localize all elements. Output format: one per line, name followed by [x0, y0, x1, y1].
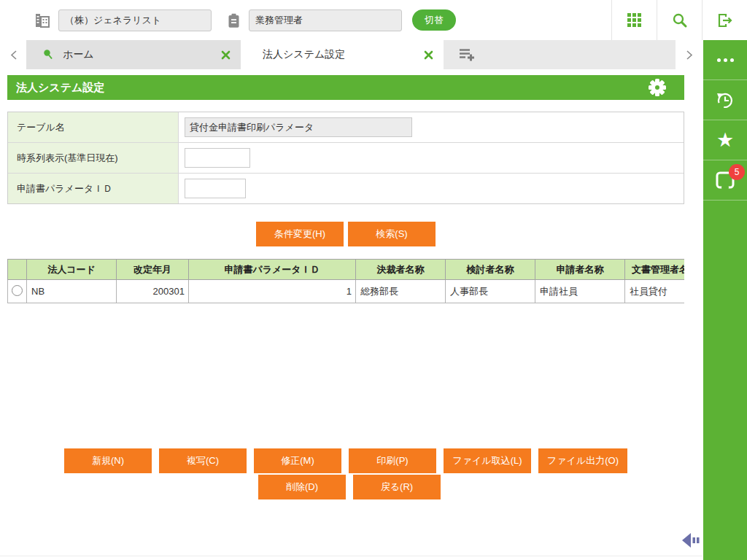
col-select — [8, 260, 27, 280]
tab-home[interactable]: ホーム — [26, 40, 241, 69]
switch-button[interactable]: 切替 — [412, 9, 456, 31]
col-revision-ym: 改定年月 — [117, 260, 189, 280]
back-button[interactable]: 戻る(R) — [353, 475, 441, 499]
tab-settings[interactable]: 法人システム設定 — [241, 40, 444, 69]
bottom-divider — [0, 556, 703, 556]
table-row[interactable]: NB 200301 1 総務部長 人事部長 申請社員 社員貸付 — [8, 280, 685, 303]
collapse-panel-arrow-icon[interactable] — [681, 532, 703, 552]
param-id-field[interactable] — [185, 179, 246, 198]
cell-param-id: 1 — [189, 280, 356, 303]
cell-revision-ym: 200301 — [117, 280, 189, 303]
table-name-label: テーブル名 — [8, 112, 179, 142]
sidebar-favorites-button[interactable]: ★ — [703, 120, 747, 160]
param-id-label: 申請書パラメータＩＤ — [8, 174, 179, 203]
new-button[interactable]: 新規(N) — [64, 448, 152, 473]
search-button[interactable] — [657, 0, 702, 40]
search-actions: 条件変更(H) 検索(S) — [7, 222, 684, 246]
ellipsis-icon — [717, 58, 734, 62]
content-column: ホーム 法人システム設定 — [0, 40, 703, 303]
tab-home-close-icon[interactable] — [221, 50, 231, 60]
add-tab-button[interactable] — [458, 47, 476, 63]
logout-button[interactable] — [702, 0, 747, 40]
tab-bar: ホーム 法人システム設定 — [0, 40, 703, 69]
file-import-button[interactable]: ファイル取込(L) — [444, 448, 531, 473]
footer-actions: 新規(N) 複写(C) 修正(M) 印刷(P) ファイル取込(L) ファイル出力… — [7, 448, 627, 499]
right-sidebar: ★ 5 — [703, 40, 747, 560]
cell-doc-manager: 社員貸付 — [625, 280, 685, 303]
form-row-timeseries: 時系列表示(基準日現在) — [8, 143, 684, 174]
col-reviewer: 検討者名称 — [446, 260, 535, 280]
notification-badge: 5 — [729, 164, 745, 180]
app-window: 切替 — [0, 0, 747, 560]
top-bar-actions — [611, 0, 747, 40]
results-table: 法人コード 改定年月 申請書パラメータＩＤ 決裁者名称 検討者名称 申請者名称 … — [7, 259, 684, 303]
results-table-wrap: 法人コード 改定年月 申請書パラメータＩＤ 決裁者名称 検討者名称 申請者名称 … — [7, 259, 684, 303]
tab-scroll-right-button[interactable] — [676, 40, 703, 69]
chevron-right-icon — [686, 50, 694, 61]
file-export-button[interactable]: ファイル出力(O) — [538, 448, 627, 473]
chevron-left-icon — [9, 50, 18, 61]
tab-strip-empty — [444, 40, 676, 69]
sidebar-more-button[interactable] — [703, 40, 747, 80]
top-bar-left: 切替 — [0, 9, 456, 31]
company-icon — [34, 12, 51, 29]
delete-button[interactable]: 削除(D) — [258, 475, 346, 499]
top-bar: 切替 — [0, 0, 747, 40]
sidebar-notifications-button[interactable]: 5 — [703, 160, 747, 201]
col-doc-manager: 文書管理者名称 — [625, 260, 685, 280]
change-condition-button[interactable]: 条件変更(H) — [256, 222, 344, 246]
row-radio[interactable] — [12, 285, 23, 296]
page-title: 法人システム設定 — [16, 81, 104, 95]
page-title-bar: 法人システム設定 — [7, 75, 684, 100]
cell-applicant: 申請社員 — [535, 280, 625, 303]
col-param-id: 申請書パラメータＩＤ — [189, 260, 356, 280]
print-button[interactable]: 印刷(P) — [349, 448, 436, 473]
copy-button[interactable]: 複写(C) — [159, 448, 247, 473]
search-icon — [671, 12, 689, 29]
condition-form: テーブル名 時系列表示(基準日現在) 申請書パラメータＩＤ — [7, 112, 684, 204]
logout-icon — [716, 12, 735, 29]
timeseries-label: 時系列表示(基準日現在) — [8, 143, 179, 173]
modify-button[interactable]: 修正(M) — [254, 448, 341, 473]
cell-approver: 総務部長 — [356, 280, 446, 303]
timeseries-field[interactable] — [185, 148, 250, 168]
tab-settings-close-icon[interactable] — [424, 50, 433, 60]
tab-home-label: ホーム — [63, 48, 94, 61]
role-icon — [226, 12, 241, 29]
pin-icon — [42, 49, 54, 61]
star-icon: ★ — [716, 131, 734, 150]
col-corp-code: 法人コード — [27, 260, 117, 280]
tab-settings-label: 法人システム設定 — [263, 48, 345, 61]
apps-menu-button[interactable] — [611, 0, 657, 40]
apps-grid-icon — [627, 13, 641, 27]
search-execute-button[interactable]: 検索(S) — [348, 222, 436, 246]
col-approver: 決裁者名称 — [356, 260, 446, 280]
cell-corp-code: NB — [27, 280, 117, 303]
gear-icon[interactable] — [649, 79, 665, 96]
tab-list-plus-icon — [458, 47, 476, 63]
form-row-param-id: 申請書パラメータＩＤ — [8, 174, 684, 203]
company-input[interactable] — [58, 9, 212, 31]
tab-scroll-left-button[interactable] — [0, 40, 26, 69]
form-row-table-name: テーブル名 — [8, 112, 684, 143]
sidebar-history-button[interactable] — [703, 80, 747, 120]
col-applicant: 申請者名称 — [535, 260, 625, 280]
role-input[interactable] — [249, 9, 402, 31]
history-icon — [715, 90, 735, 110]
cell-reviewer: 人事部長 — [446, 280, 535, 303]
table-name-field[interactable] — [185, 117, 412, 137]
results-header-row: 法人コード 改定年月 申請書パラメータＩＤ 決裁者名称 検討者名称 申請者名称 … — [8, 260, 685, 280]
